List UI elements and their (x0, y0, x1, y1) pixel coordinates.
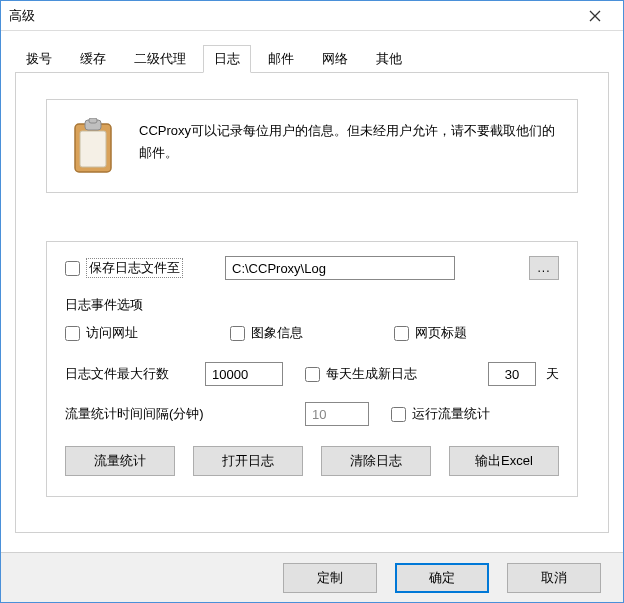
tab-log[interactable]: 日志 (203, 45, 251, 73)
cancel-button[interactable]: 取消 (507, 563, 601, 593)
tab-panel-log: CCProxy可以记录每位用户的信息。但未经用户允许，请不要截取他们的邮件。 保… (15, 73, 609, 533)
interval-label: 流量统计时间间隔(分钟) (65, 405, 305, 423)
daily-new-checkbox-label[interactable]: 每天生成新日志 (305, 365, 417, 383)
log-path-input[interactable] (225, 256, 455, 280)
days-unit: 天 (546, 365, 559, 383)
page-title-text: 网页标题 (415, 324, 467, 342)
titlebar: 高级 (1, 1, 623, 31)
save-log-checkbox[interactable] (65, 261, 80, 276)
visit-url-checkbox-label[interactable]: 访问网址 (65, 324, 230, 342)
info-text: CCProxy可以记录每位用户的信息。但未经用户允许，请不要截取他们的邮件。 (139, 118, 555, 164)
tab-other[interactable]: 其他 (365, 45, 413, 72)
save-log-checkbox-label[interactable]: 保存日志文件至 (65, 258, 183, 278)
log-settings-group: 保存日志文件至 ... 日志事件选项 访问网址 图象信息 (46, 241, 578, 497)
image-info-text: 图象信息 (251, 324, 303, 342)
tab-secondary-proxy[interactable]: 二级代理 (123, 45, 197, 72)
row-max-lines: 日志文件最大行数 每天生成新日志 天 (65, 362, 559, 386)
max-lines-input[interactable] (205, 362, 283, 386)
close-icon (589, 10, 601, 22)
image-info-checkbox-label[interactable]: 图象信息 (230, 324, 395, 342)
daily-new-text: 每天生成新日志 (326, 365, 417, 383)
max-lines-label: 日志文件最大行数 (65, 365, 205, 383)
page-title-checkbox[interactable] (394, 326, 409, 341)
visit-url-text: 访问网址 (86, 324, 138, 342)
events-checks-row: 访问网址 图象信息 网页标题 (65, 324, 559, 342)
info-box: CCProxy可以记录每位用户的信息。但未经用户允许，请不要截取他们的邮件。 (46, 99, 578, 193)
window-title: 高级 (9, 7, 575, 25)
visit-url-checkbox[interactable] (65, 326, 80, 341)
row-save-path: 保存日志文件至 ... (65, 256, 559, 280)
svg-rect-3 (89, 118, 97, 123)
run-stats-text: 运行流量统计 (412, 405, 490, 423)
tab-dial[interactable]: 拨号 (15, 45, 63, 72)
tab-mail[interactable]: 邮件 (257, 45, 305, 72)
dialog-footer: 定制 确定 取消 (1, 552, 623, 602)
customize-button[interactable]: 定制 (283, 563, 377, 593)
days-input[interactable] (488, 362, 536, 386)
clear-log-button[interactable]: 清除日志 (321, 446, 431, 476)
browse-button[interactable]: ... (529, 256, 559, 280)
ok-button[interactable]: 确定 (395, 563, 489, 593)
content-area: 拨号 缓存 二级代理 日志 邮件 网络 其他 CCProxy可以记录每位用户的信… (1, 31, 623, 533)
interval-input (305, 402, 369, 426)
daily-new-checkbox[interactable] (305, 367, 320, 382)
open-log-button[interactable]: 打开日志 (193, 446, 303, 476)
clipboard-icon (69, 118, 117, 174)
tab-network[interactable]: 网络 (311, 45, 359, 72)
row-interval: 流量统计时间间隔(分钟) 运行流量统计 (65, 402, 559, 426)
events-section-label: 日志事件选项 (65, 296, 559, 314)
run-stats-checkbox[interactable] (391, 407, 406, 422)
run-stats-checkbox-label[interactable]: 运行流量统计 (391, 405, 490, 423)
export-excel-button[interactable]: 输出Excel (449, 446, 559, 476)
image-info-checkbox[interactable] (230, 326, 245, 341)
close-button[interactable] (575, 2, 615, 30)
svg-rect-1 (80, 131, 106, 167)
page-title-checkbox-label[interactable]: 网页标题 (394, 324, 559, 342)
save-log-label-text: 保存日志文件至 (86, 258, 183, 278)
stats-button[interactable]: 流量统计 (65, 446, 175, 476)
tab-strip: 拨号 缓存 二级代理 日志 邮件 网络 其他 (15, 45, 609, 73)
action-button-row: 流量统计 打开日志 清除日志 输出Excel (65, 446, 559, 476)
tab-cache[interactable]: 缓存 (69, 45, 117, 72)
dialog-window: 高级 拨号 缓存 二级代理 日志 邮件 网络 其他 (0, 0, 624, 603)
